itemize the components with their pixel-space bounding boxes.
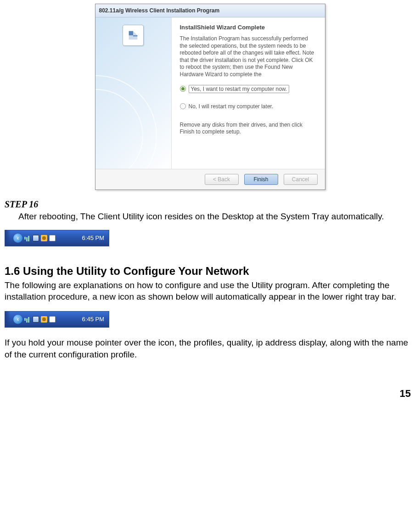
tray-expand-icon[interactable]: ‹	[13, 234, 22, 243]
installer-logo-icon	[123, 25, 144, 46]
section-paragraph-1: The following are explanations on how to…	[5, 279, 415, 303]
tray-icons	[24, 235, 56, 241]
signal-bars-icon[interactable]	[24, 235, 31, 241]
section-heading: 1.6 Using the Utility to Configure Your …	[5, 265, 415, 278]
finish-button[interactable]: Finish	[244, 174, 278, 185]
installer-art	[95, 17, 172, 169]
radio-restart-later-label: No, I will restart my computer later.	[189, 103, 274, 110]
page-number: 15	[5, 388, 415, 400]
section-paragraph-2: If you hold your mouse pointer over the …	[5, 337, 415, 360]
installer-body: InstallShield Wizard Complete The Instal…	[95, 17, 325, 169]
installer-paragraph-2: Remove any disks from their drives, and …	[180, 122, 317, 136]
radio-restart-later[interactable]: No, I will restart my computer later.	[180, 103, 317, 110]
cancel-button: Cancel	[284, 174, 318, 185]
tray-expand-icon[interactable]: ‹	[13, 315, 22, 324]
utility-app-icon[interactable]	[49, 235, 56, 241]
installer-heading: InstallShield Wizard Complete	[180, 24, 317, 31]
radio-icon	[180, 86, 186, 92]
shield-icon[interactable]	[41, 235, 47, 241]
tray-clock: 6:45 PM	[59, 234, 109, 241]
step-heading: STEP 16	[5, 199, 415, 210]
radio-restart-now[interactable]: Yes, I want to restart my computer now.	[180, 85, 317, 93]
monitor-icon[interactable]	[33, 235, 39, 241]
system-tray-image-2: ‹ 6:45 PM	[5, 311, 109, 328]
tray-left-cap	[5, 230, 11, 246]
system-tray-image-1: ‹ 6:45 PM	[5, 230, 109, 246]
tray-clock: 6:45 PM	[59, 316, 109, 323]
step-paragraph: After rebooting, The Client Utility icon…	[18, 211, 415, 223]
installer-paragraph-1: The Installation Program has successfull…	[180, 35, 317, 78]
installer-dialog: 802.11a/g Wireless Client Installation P…	[95, 4, 325, 190]
radio-icon	[180, 103, 186, 109]
installer-button-row: < Back Finish Cancel	[95, 169, 325, 189]
monitor-icon[interactable]	[33, 316, 39, 323]
installer-content: InstallShield Wizard Complete The Instal…	[172, 17, 325, 169]
utility-app-icon[interactable]	[49, 316, 56, 323]
back-button: < Back	[205, 174, 239, 185]
shield-icon[interactable]	[41, 316, 47, 323]
signal-bars-icon[interactable]	[24, 316, 31, 323]
tray-left-cap	[5, 312, 11, 327]
installer-title: 802.11a/g Wireless Client Installation P…	[99, 7, 220, 14]
installer-titlebar: 802.11a/g Wireless Client Installation P…	[95, 4, 325, 17]
radio-restart-now-label: Yes, I want to restart my computer now.	[189, 85, 290, 93]
tray-icons	[24, 316, 56, 323]
